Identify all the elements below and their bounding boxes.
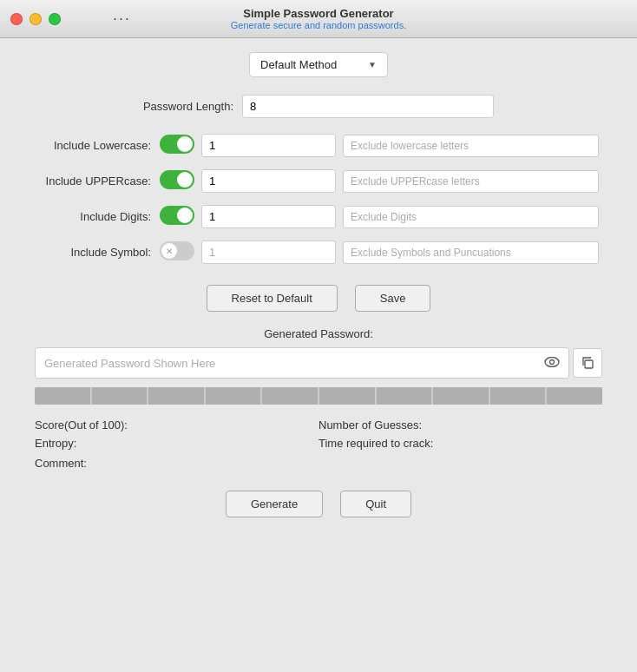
symbol-toggle[interactable]: ✕ bbox=[160, 241, 194, 260]
uppercase-row: Include UPPERcase: ✓ bbox=[21, 169, 616, 193]
score-guesses-row: Score(Out of 100): Number of Guesses: bbox=[35, 418, 602, 432]
method-dropdown-row: Default Method ▼ bbox=[21, 52, 616, 77]
stats-section: Score(Out of 100): Number of Guesses: En… bbox=[35, 418, 602, 470]
chevron-down-icon: ▼ bbox=[368, 60, 377, 69]
uppercase-label: Include UPPERcase: bbox=[38, 175, 160, 188]
strength-segment-4 bbox=[206, 387, 261, 405]
entropy-crack-row: Entropy: Time required to crack: bbox=[35, 437, 602, 450]
svg-rect-2 bbox=[585, 360, 593, 368]
svg-point-1 bbox=[550, 360, 555, 365]
generated-password-label: Generated Password: bbox=[21, 327, 616, 340]
symbol-min-input[interactable] bbox=[201, 240, 336, 264]
score-label: Score(Out of 100): bbox=[35, 418, 318, 432]
reset-button[interactable]: Reset to Default bbox=[207, 285, 338, 312]
menu-dots[interactable]: ··· bbox=[113, 10, 131, 28]
digits-label: Include Digits: bbox=[38, 210, 160, 223]
symbol-exclude-input[interactable] bbox=[343, 241, 599, 264]
app-subtitle: Generate secure and random passwords. bbox=[231, 20, 406, 30]
app-title: Simple Password Generator bbox=[231, 7, 406, 20]
strength-segment-6 bbox=[319, 387, 375, 405]
eye-icon[interactable] bbox=[544, 355, 560, 371]
symbol-row: Include Symbol: ✕ bbox=[21, 240, 616, 264]
strength-segment-8 bbox=[433, 387, 489, 405]
password-shown-placeholder: Generated Password Shown Here bbox=[44, 357, 215, 370]
strength-segment-5 bbox=[262, 387, 318, 405]
strength-segment-2 bbox=[92, 387, 148, 405]
strength-segment-10 bbox=[547, 387, 602, 405]
generate-button[interactable]: Generate bbox=[226, 491, 323, 517]
uppercase-exclude-input[interactable] bbox=[343, 170, 599, 193]
maximize-button[interactable] bbox=[49, 13, 61, 25]
uppercase-toggle[interactable]: ✓ bbox=[160, 170, 194, 189]
symbol-toggle-wrap[interactable]: ✕ bbox=[160, 241, 194, 263]
digits-toggle-wrap[interactable]: ✓ bbox=[160, 206, 194, 227]
strength-bar bbox=[35, 387, 602, 405]
comment-row: Comment: bbox=[35, 457, 602, 470]
password-output-row: Generated Password Shown Here bbox=[35, 347, 602, 379]
uppercase-toggle-knob: ✓ bbox=[177, 172, 193, 188]
bottom-buttons-row: Generate Quit bbox=[21, 491, 616, 517]
method-dropdown[interactable]: Default Method ▼ bbox=[249, 52, 388, 77]
svg-point-0 bbox=[545, 358, 559, 367]
strength-segment-1 bbox=[35, 387, 90, 405]
password-length-input[interactable] bbox=[242, 95, 494, 118]
digits-exclude-input[interactable] bbox=[343, 206, 599, 228]
titlebar: ··· Simple Password Generator Generate s… bbox=[0, 0, 637, 38]
strength-bar-row bbox=[35, 387, 602, 405]
comment-label: Comment: bbox=[35, 457, 87, 470]
lowercase-exclude-input[interactable] bbox=[343, 135, 599, 157]
quit-button[interactable]: Quit bbox=[340, 491, 411, 517]
symbol-label: Include Symbol: bbox=[38, 246, 160, 259]
digits-toggle-knob: ✓ bbox=[177, 208, 193, 223]
password-length-label: Password Length: bbox=[143, 100, 233, 113]
method-dropdown-label: Default Method bbox=[260, 58, 337, 71]
lowercase-label: Include Lowercase: bbox=[38, 139, 160, 152]
lowercase-row: Include Lowercase: ✓ bbox=[21, 134, 616, 157]
uppercase-toggle-wrap[interactable]: ✓ bbox=[160, 170, 194, 192]
uppercase-min-input[interactable] bbox=[201, 169, 336, 193]
lowercase-toggle[interactable]: ✓ bbox=[160, 135, 194, 154]
guesses-label: Number of Guesses: bbox=[318, 418, 602, 432]
entropy-label: Entropy: bbox=[35, 437, 318, 450]
digits-toggle[interactable]: ✓ bbox=[160, 206, 194, 225]
password-output-field: Generated Password Shown Here bbox=[35, 347, 569, 379]
action-buttons-row: Reset to Default Save bbox=[21, 285, 616, 312]
lowercase-toggle-knob: ✓ bbox=[177, 136, 193, 152]
digits-min-input[interactable] bbox=[201, 205, 336, 228]
strength-segment-3 bbox=[148, 387, 204, 405]
lowercase-min-input[interactable] bbox=[201, 134, 336, 157]
crack-time-label: Time required to crack: bbox=[318, 437, 602, 450]
symbol-toggle-knob: ✕ bbox=[161, 243, 177, 259]
lowercase-toggle-wrap[interactable]: ✓ bbox=[160, 135, 194, 156]
minimize-button[interactable] bbox=[30, 13, 42, 25]
copy-button[interactable] bbox=[573, 348, 602, 378]
window-controls[interactable] bbox=[10, 13, 61, 25]
strength-segment-9 bbox=[490, 387, 546, 405]
close-button[interactable] bbox=[10, 13, 23, 25]
strength-segment-7 bbox=[377, 387, 432, 405]
password-length-row: Password Length: bbox=[21, 95, 616, 118]
main-content: Default Method ▼ Password Length: Includ… bbox=[0, 38, 637, 531]
save-button[interactable]: Save bbox=[355, 285, 431, 312]
digits-row: Include Digits: ✓ bbox=[21, 205, 616, 228]
